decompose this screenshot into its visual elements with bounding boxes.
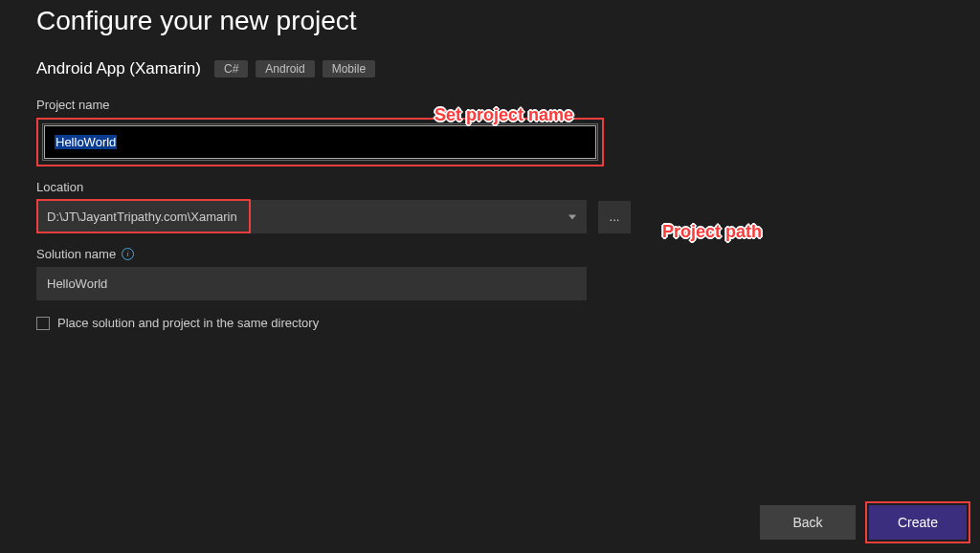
location-label: Location xyxy=(36,180,944,194)
create-button[interactable]: Create xyxy=(869,505,967,540)
template-tags: C# Android Mobile xyxy=(214,60,375,77)
solution-name-label: Solution name i xyxy=(36,247,944,261)
project-name-input[interactable]: HelloWorld xyxy=(44,125,596,159)
subtitle-row: Android App (Xamarin) C# Android Mobile xyxy=(36,59,944,78)
same-directory-label: Place solution and project in the same d… xyxy=(57,316,319,330)
tag-android: Android xyxy=(256,60,314,77)
back-button[interactable]: Back xyxy=(760,505,856,540)
same-directory-checkbox[interactable] xyxy=(36,317,50,330)
solution-name-input[interactable]: HelloWorld xyxy=(36,267,587,300)
tag-csharp: C# xyxy=(214,60,248,77)
location-value: D:\JT\JayantTripathy.com\Xamarin xyxy=(47,210,237,224)
project-name-label: Project name xyxy=(36,98,944,112)
browse-button[interactable]: ... xyxy=(598,201,631,233)
chevron-down-icon xyxy=(568,214,576,219)
page-title: Configure your new project xyxy=(36,6,944,36)
create-button-highlight: Create xyxy=(865,501,970,543)
location-dropdown[interactable]: D:\JT\JayantTripathy.com\Xamarin xyxy=(36,200,587,233)
project-name-highlight: HelloWorld xyxy=(36,118,604,166)
footer-buttons: Back Create xyxy=(760,501,970,543)
tag-mobile: Mobile xyxy=(323,60,375,77)
project-template-subtitle: Android App (Xamarin) xyxy=(36,59,201,78)
info-icon[interactable]: i xyxy=(122,248,134,260)
